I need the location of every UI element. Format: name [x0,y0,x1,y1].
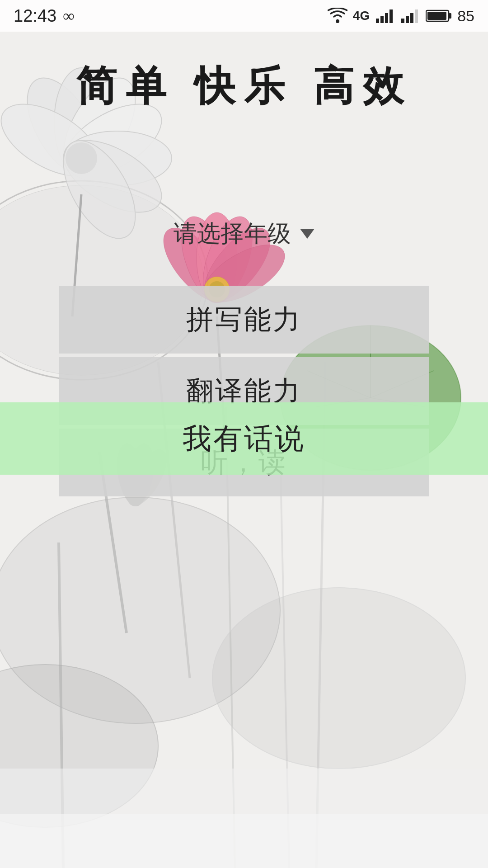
spelling-button-label: 拼写能力 [186,302,302,338]
status-left: 12:43 ∞ [14,6,75,26]
battery-level: 85 [457,7,474,25]
bottom-banner[interactable]: 我有话说 [0,402,488,475]
spelling-button[interactable]: 拼写能力 [59,286,429,354]
svg-rect-46 [389,9,393,23]
svg-rect-44 [380,16,384,23]
svg-rect-52 [449,13,451,19]
svg-rect-48 [406,16,409,23]
app-title: 简单 快乐 高效 [0,59,488,114]
grade-dropdown[interactable]: 请选择年级 [160,213,328,254]
svg-rect-43 [376,19,379,23]
status-time: 12:43 [14,6,56,26]
dropdown-section: 请选择年级 [0,123,488,277]
svg-rect-53 [427,12,446,20]
svg-point-42 [336,19,339,23]
svg-rect-47 [401,19,404,23]
title-section: 简单 快乐 高效 [0,32,488,123]
chevron-down-icon [300,229,314,239]
bottom-banner-label: 我有话说 [183,419,305,458]
signal-icon-1 [375,8,395,24]
svg-rect-50 [415,9,418,23]
network-4g: 4G [353,9,370,23]
status-right: 4G 85 [328,7,474,25]
grade-dropdown-text: 请选择年级 [174,218,291,250]
battery-icon [426,8,452,24]
infinity-icon: ∞ [63,6,75,25]
svg-rect-45 [385,13,388,23]
svg-rect-49 [410,13,413,23]
status-bar: 12:43 ∞ 4G [0,0,488,32]
signal-icon-2 [400,8,420,24]
wifi-icon [328,8,347,24]
